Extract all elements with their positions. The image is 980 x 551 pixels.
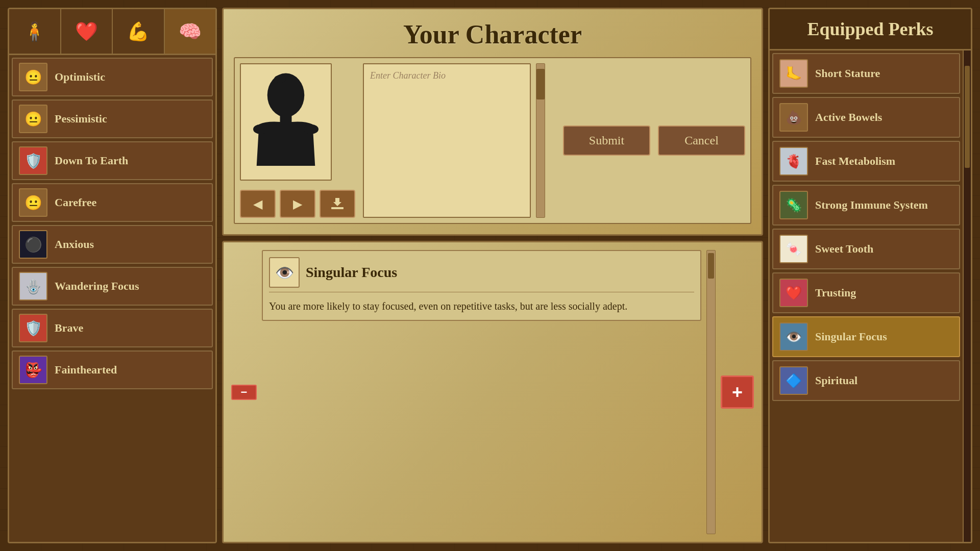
left-panel: 🧍 ❤️ 💪 🧠 😐 Optimistic 😐 Pessimistic bbox=[8, 8, 217, 543]
svg-point-3 bbox=[253, 124, 268, 134]
detail-scrollbar-thumb bbox=[708, 253, 714, 279]
avatar-controls: ◀ ▶ bbox=[240, 190, 355, 218]
tab-mind[interactable]: 🧠 bbox=[165, 9, 216, 54]
bio-textarea[interactable] bbox=[363, 63, 531, 218]
short-stature-icon: 🦶 bbox=[779, 59, 808, 88]
fast-metabolism-icon: 🫀 bbox=[779, 147, 808, 176]
prev-avatar-button[interactable]: ◀ bbox=[240, 190, 276, 218]
equipped-perks-list: 🦶 Short Stature 💩 Active Bowels 🫀 Fast M… bbox=[770, 51, 963, 542]
right-panel: Equipped Perks 🦶 Short Stature 💩 Active … bbox=[768, 8, 972, 543]
wandering-focus-label: Wandering Focus bbox=[55, 280, 139, 293]
equipped-trusting[interactable]: ❤️ Trusting bbox=[772, 272, 960, 313]
perk-fainthearted[interactable]: 👺 Fainthearted bbox=[12, 350, 213, 389]
avatar-silhouette bbox=[250, 68, 322, 176]
perk-down-to-earth[interactable]: 🛡️ Down To Earth bbox=[12, 141, 213, 180]
center-panel: Your Character bbox=[222, 8, 763, 543]
scrollbar-thumb bbox=[536, 69, 545, 99]
anxious-icon: ⚫ bbox=[19, 230, 47, 259]
perk-carefree[interactable]: 😐 Carefree bbox=[12, 183, 213, 222]
carefree-label: Carefree bbox=[55, 196, 96, 209]
down-to-earth-label: Down To Earth bbox=[55, 154, 128, 167]
tab-physique[interactable]: 💪 bbox=[113, 9, 165, 54]
remove-perk-button[interactable]: − bbox=[231, 385, 257, 400]
down-to-earth-icon: 🛡️ bbox=[19, 146, 47, 175]
add-perk-button[interactable]: + bbox=[721, 375, 754, 409]
character-section: Your Character bbox=[222, 8, 763, 236]
detail-scrollbar[interactable] bbox=[706, 250, 716, 534]
detail-content: 👁️ Singular Focus You are more likely to… bbox=[262, 250, 701, 321]
svg-point-0 bbox=[267, 73, 305, 117]
sweet-tooth-label: Sweet Tooth bbox=[815, 242, 873, 256]
perk-wandering-focus[interactable]: 🪬 Wandering Focus bbox=[12, 267, 213, 306]
detail-perk-description: You are more likely to stay focused, eve… bbox=[269, 298, 694, 314]
anxious-label: Anxious bbox=[55, 238, 94, 251]
svg-point-4 bbox=[304, 124, 318, 134]
avatar-box bbox=[240, 63, 332, 181]
singular-focus-label: Singular Focus bbox=[815, 330, 887, 343]
strong-immune-icon: 🦠 bbox=[779, 191, 808, 219]
body-icon: 🧍 bbox=[23, 21, 46, 42]
spiritual-label: Spiritual bbox=[815, 374, 857, 387]
trusting-icon: ❤️ bbox=[779, 279, 808, 307]
download-icon bbox=[329, 196, 346, 212]
equipped-active-bowels[interactable]: 💩 Active Bowels bbox=[772, 97, 960, 138]
short-stature-label: Short Stature bbox=[815, 67, 880, 80]
physique-icon: 💪 bbox=[127, 21, 150, 42]
carefree-icon: 😐 bbox=[19, 188, 47, 217]
optimistic-label: Optimistic bbox=[55, 70, 105, 84]
pessimistic-icon: 😐 bbox=[19, 105, 47, 133]
detail-section: − 👁️ Singular Focus You are more likely … bbox=[222, 241, 763, 543]
equipped-scrollbar[interactable] bbox=[963, 51, 971, 542]
perk-anxious[interactable]: ⚫ Anxious bbox=[12, 225, 213, 264]
brave-icon: 🛡️ bbox=[19, 314, 47, 342]
character-content: ◀ ▶ bbox=[234, 57, 751, 224]
active-bowels-icon: 💩 bbox=[779, 103, 808, 132]
mind-icon: 🧠 bbox=[179, 21, 202, 42]
svg-marker-6 bbox=[333, 198, 341, 206]
svg-rect-5 bbox=[331, 207, 344, 209]
sweet-tooth-icon: 🍬 bbox=[779, 235, 808, 263]
trusting-label: Trusting bbox=[815, 286, 856, 299]
bio-scrollbar[interactable] bbox=[536, 63, 545, 218]
spiritual-icon: 🔷 bbox=[779, 366, 808, 395]
equipped-scrollbar-thumb bbox=[965, 66, 970, 168]
equipped-strong-immune[interactable]: 🦠 Strong Immune System bbox=[772, 185, 960, 226]
perks-list: 😐 Optimistic 😐 Pessimistic 🛡️ Down To Ea… bbox=[9, 55, 215, 542]
singular-focus-icon: 👁️ bbox=[779, 322, 808, 351]
action-buttons: Submit Cancel bbox=[563, 63, 745, 218]
fainthearted-icon: 👺 bbox=[19, 356, 47, 384]
equipped-fast-metabolism[interactable]: 🫀 Fast Metabolism bbox=[772, 141, 960, 182]
tab-bar: 🧍 ❤️ 💪 🧠 bbox=[9, 9, 215, 55]
cancel-button[interactable]: Cancel bbox=[658, 126, 745, 156]
right-inner: 🦶 Short Stature 💩 Active Bowels 🫀 Fast M… bbox=[770, 51, 971, 542]
equipped-sweet-tooth[interactable]: 🍬 Sweet Tooth bbox=[772, 229, 960, 269]
active-bowels-label: Active Bowels bbox=[815, 111, 882, 124]
tab-health[interactable]: ❤️ bbox=[61, 9, 113, 54]
detail-perk-icon: 👁️ bbox=[269, 257, 300, 288]
perk-brave[interactable]: 🛡️ Brave bbox=[12, 309, 213, 347]
next-avatar-button[interactable]: ▶ bbox=[280, 190, 315, 218]
page-title: Your Character bbox=[234, 19, 751, 49]
perk-optimistic[interactable]: 😐 Optimistic bbox=[12, 58, 213, 96]
download-avatar-button[interactable] bbox=[320, 190, 355, 218]
detail-perk-title: Singular Focus bbox=[306, 264, 397, 281]
optimistic-icon: 😐 bbox=[19, 63, 47, 91]
wandering-focus-icon: 🪬 bbox=[19, 272, 47, 300]
submit-button[interactable]: Submit bbox=[563, 126, 650, 156]
tab-body[interactable]: 🧍 bbox=[9, 9, 61, 54]
equipped-spiritual[interactable]: 🔷 Spiritual bbox=[772, 360, 960, 401]
equipped-short-stature[interactable]: 🦶 Short Stature bbox=[772, 53, 960, 94]
svg-point-1 bbox=[274, 75, 286, 83]
perk-pessimistic[interactable]: 😐 Pessimistic bbox=[12, 99, 213, 138]
detail-header: 👁️ Singular Focus bbox=[269, 257, 694, 292]
equipped-perks-title: Equipped Perks bbox=[770, 9, 971, 51]
pessimistic-label: Pessimistic bbox=[55, 112, 107, 126]
health-icon: ❤️ bbox=[75, 21, 98, 42]
equipped-singular-focus[interactable]: 👁️ Singular Focus bbox=[772, 316, 960, 357]
fainthearted-label: Fainthearted bbox=[55, 363, 117, 377]
strong-immune-label: Strong Immune System bbox=[815, 198, 928, 212]
brave-label: Brave bbox=[55, 321, 83, 335]
fast-metabolism-label: Fast Metabolism bbox=[815, 155, 895, 168]
main-container: 🧍 ❤️ 💪 🧠 😐 Optimistic 😐 Pessimistic bbox=[0, 0, 980, 551]
